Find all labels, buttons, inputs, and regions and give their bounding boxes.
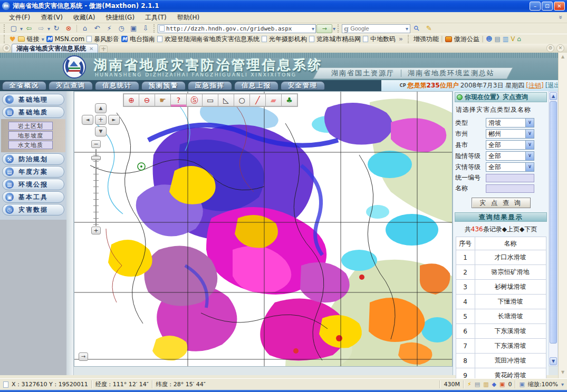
links-folder-label[interactable]: 链接 <box>27 35 40 44</box>
polygon-select-tool-button[interactable]: ◺ <box>218 94 234 106</box>
pan-down-button[interactable]: ▼ <box>95 126 107 136</box>
panel-scrollbar[interactable]: ▲ ▼ <box>549 91 558 366</box>
tab-active[interactable]: 湖南省地质灾害信息系统 ✕ <box>12 44 98 53</box>
enhance-features-label[interactable]: 增强功能 <box>414 35 439 44</box>
forward-icon[interactable]: ⇨ <box>35 24 47 33</box>
pan-right-button[interactable]: ► <box>108 115 120 125</box>
download-icon[interactable]: ⇩ <box>140 24 151 33</box>
link-lanlu-city[interactable]: 览路城市精品网 <box>316 35 361 44</box>
sidebar-item-disaster-data[interactable]: ◷ 灾害数据 <box>2 204 64 215</box>
new-page-icon[interactable]: ▢ <box>8 24 20 33</box>
rect-select-tool-button[interactable]: ▭ <box>203 94 218 106</box>
logout-link[interactable]: [注销] <box>526 81 543 90</box>
link-hunan-geohazard[interactable]: 欢迎登陆湖南省地质灾害信息系统 <box>165 35 260 44</box>
feed-icon[interactable]: V <box>511 35 515 43</box>
pan-center-button[interactable]: + <box>95 115 107 125</box>
go-dropdown-icon[interactable]: ▾ <box>333 26 335 32</box>
menu-favorites[interactable]: 收藏(A) <box>69 12 100 23</box>
menu-tools[interactable]: 工具(T) <box>140 12 171 23</box>
home-icon[interactable]: ⌂ <box>79 24 91 33</box>
link-zhongdi-digital[interactable]: 中地数码 <box>370 35 396 44</box>
slider-zoom-out-button[interactable]: − <box>91 140 101 148</box>
zoom-level[interactable]: 缩放:100% <box>528 380 558 388</box>
plugin-icon[interactable]: ◆ <box>492 381 496 388</box>
menu-groups[interactable]: 快捷组(G) <box>101 12 139 23</box>
risk-level-select[interactable]: 全部∨ <box>486 151 534 161</box>
highlight-icon[interactable]: ✎ <box>423 24 435 33</box>
map-pan-right-shortcut-button[interactable]: → <box>79 352 88 361</box>
pan-tool-button[interactable]: ☛ <box>155 94 171 106</box>
history-dropdown-icon[interactable]: ▾ <box>47 26 50 32</box>
eraser-tool-button[interactable]: ▰ <box>266 94 282 106</box>
sidebar-item-base-geography[interactable]: » 基础地理 <box>2 94 64 105</box>
type-select[interactable]: 滑坡∨ <box>486 118 534 128</box>
layer-tree-tool-button[interactable]: ♣ <box>282 94 297 106</box>
stop-icon[interactable]: ⊗ <box>63 24 74 33</box>
circle-select-tool-button[interactable]: ○ <box>234 94 250 106</box>
profile-icon[interactable]: ☻ <box>486 35 493 43</box>
nav-tab-forecast-warning[interactable]: 预测预警 <box>141 81 186 90</box>
submenu-rock-soil-zoning[interactable]: 岩土区划 <box>8 122 53 130</box>
zoom-out-tool-button[interactable]: ⊖ <box>139 94 155 106</box>
zoom-slider-handle[interactable] <box>91 156 101 160</box>
link-guangnian-photo[interactable]: 光年摄影机构 <box>269 35 307 44</box>
table-row[interactable]: 4下懂滑坡 <box>456 295 546 309</box>
go-button[interactable]: → <box>316 24 332 33</box>
popup-blocker-icon[interactable]: ▤ <box>475 381 480 388</box>
nav-tab-province-overview[interactable]: 全省概况 <box>2 81 46 90</box>
prev-page-link[interactable]: ◆上页 <box>502 226 520 233</box>
image-filter-icon[interactable]: ▣ <box>499 381 505 388</box>
table-row[interactable]: 2骆宗恒矿滑地 <box>456 265 546 280</box>
hazard-query-button[interactable]: 灾 点 查 询 <box>472 198 531 208</box>
refresh-icon[interactable]: ↻ <box>51 24 62 33</box>
nav-tab-security-admin[interactable]: 安全管理 <box>281 81 325 90</box>
search-input[interactable] <box>350 25 404 32</box>
sidebar-item-env-bulletin[interactable]: ▥ 环境公报 <box>2 179 64 190</box>
menu-file[interactable]: 文件(F) <box>4 12 35 23</box>
submenu-hydrogeology[interactable]: 水文地质 <box>8 141 53 149</box>
nav-tab-hazard-query[interactable]: 灾点查询 <box>49 81 93 90</box>
county-select[interactable]: 全部∨ <box>486 140 534 150</box>
close-tab-round-button[interactable]: ✕ <box>556 44 564 52</box>
unified-code-input[interactable] <box>486 174 534 182</box>
skin-icon[interactable]: ⌂ <box>517 35 521 43</box>
undo-icon[interactable]: ↶ <box>91 24 103 33</box>
submenu-terrain-slope[interactable]: 地形坡度 <box>8 131 53 140</box>
close-button[interactable]: ✕ <box>554 2 565 11</box>
table-row[interactable]: 6下东溪滑坡 <box>456 324 546 339</box>
frames-icon[interactable]: ▣ <box>128 24 139 33</box>
back-icon[interactable]: ⇦ <box>23 24 35 33</box>
zoom-in-tool-button[interactable]: ⊕ <box>123 94 139 106</box>
new-tab-button[interactable]: + <box>99 45 108 53</box>
city-select[interactable]: 郴州∨ <box>486 129 534 139</box>
search-engine-dropdown-icon[interactable]: ▾ <box>406 26 408 32</box>
browser-scroll-down-icon[interactable]: ▼ <box>560 370 566 375</box>
tab-close-icon[interactable]: ✕ <box>89 46 93 52</box>
table-row[interactable]: 3衫树垅滑坡 <box>456 280 546 295</box>
flash-blocker-icon[interactable]: ⚡ <box>467 381 472 388</box>
links-overflow-icon[interactable]: » <box>399 35 403 43</box>
download-folder-icon[interactable]: ▥ <box>483 381 488 388</box>
table-row[interactable]: 5长塘滑坡 <box>456 309 546 324</box>
disaster-level-select[interactable]: 全部∨ <box>486 162 534 172</box>
scroll-down-icon[interactable]: ▼ <box>550 357 557 365</box>
sidebar-item-annual-plan[interactable]: ▤ 年度方案 <box>2 166 64 178</box>
sidebar-splitter[interactable] <box>66 91 74 375</box>
table-row[interactable]: 7下东溪滑坡 <box>456 339 546 354</box>
scroll-up-icon[interactable]: ▲ <box>550 92 557 100</box>
menu-view[interactable]: 查看(V) <box>36 12 68 23</box>
menu-overflow-chevron-icon[interactable]: » <box>557 15 564 19</box>
window-split-icon[interactable]: ▤ <box>494 35 500 43</box>
tab-list-button[interactable]: ⊛ <box>3 44 11 52</box>
link-geo-env-monitoring[interactable]: 湖南省地质环境监测总站 <box>401 68 501 78</box>
links-dropdown-icon[interactable]: ▾ <box>42 36 44 42</box>
distance-tool-button[interactable]: ╱ <box>250 94 266 106</box>
address-dropdown-icon[interactable]: ▾ <box>312 26 314 32</box>
magic-fill-icon[interactable]: ⚡ <box>103 24 115 33</box>
scrollbar-thumb[interactable] <box>550 101 557 344</box>
link-msn[interactable]: MSN.com <box>55 35 84 43</box>
restore-button[interactable]: ⊡ <box>542 2 553 11</box>
table-row[interactable]: 1才口水滑坡 <box>456 250 546 265</box>
sidebar-item-base-geology[interactable]: ▤ 基础地质 <box>2 106 64 118</box>
nav-tab-statistics[interactable]: 信息统计 <box>95 81 139 90</box>
